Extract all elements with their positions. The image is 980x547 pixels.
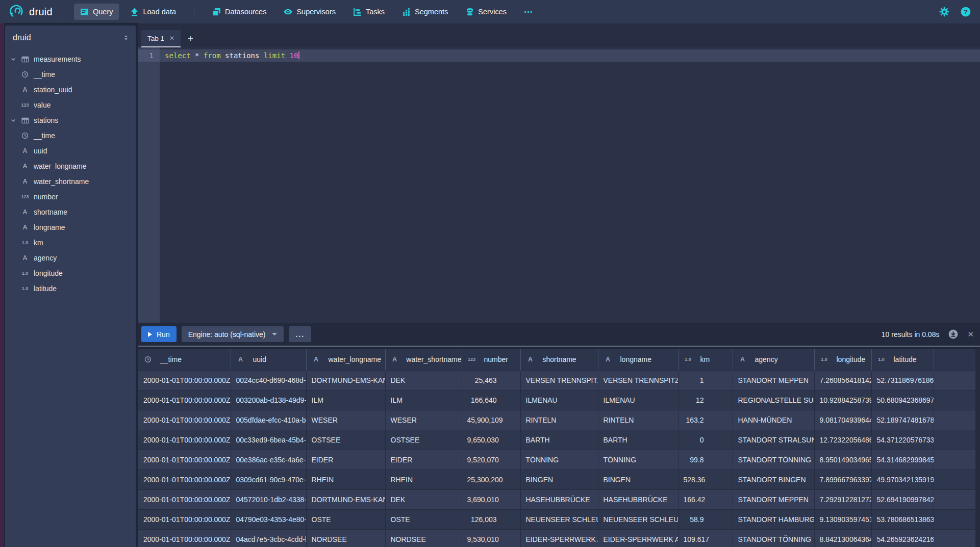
table-cell[interactable]: 528.36 <box>678 470 733 489</box>
table-cell[interactable]: 12 <box>678 390 733 410</box>
table-cell[interactable]: 25,463 <box>462 370 520 390</box>
table-cell[interactable]: 7.2608564181428 <box>814 370 871 390</box>
column-header-__time[interactable]: __time <box>138 349 231 370</box>
column-header-uuid[interactable]: Auuid <box>231 349 306 370</box>
table-cell[interactable]: 109.617 <box>678 529 733 547</box>
table-cell[interactable]: BARTH <box>520 430 598 450</box>
table-cell[interactable]: 50.680942368697 <box>871 390 934 410</box>
table-cell[interactable]: 7.2929122812727 <box>814 489 871 509</box>
table-cell[interactable]: 52.189747481678 <box>871 410 934 430</box>
table-cell[interactable]: STANDORT TÖNNING <box>733 529 814 547</box>
table-cell[interactable]: 04acd7e5-3cbc-4cdd-b <box>231 529 306 547</box>
table-cell[interactable]: 2000-01-01T00:00:00.000Z <box>138 470 231 489</box>
tree-column-shortname[interactable]: Ashortname <box>5 204 136 220</box>
column-header-empty[interactable] <box>934 349 975 370</box>
table-cell[interactable]: 99.8 <box>678 450 733 470</box>
tree-column-longname[interactable]: Alongname <box>5 220 136 235</box>
table-cell[interactable]: 9,650,030 <box>462 430 520 450</box>
tree-column-water_longname[interactable]: Awater_longname <box>5 159 136 174</box>
table-cell[interactable]: EIDER-SPERRWERK AP <box>598 529 678 547</box>
tree-column-water_shortname[interactable]: Awater_shortname <box>5 174 136 189</box>
table-cell[interactable]: RINTELN <box>598 410 678 430</box>
table-cell[interactable]: STANDORT STRALSUN <box>733 430 814 450</box>
table-cell[interactable]: 005dfdae-efcc-410a-b <box>231 410 306 430</box>
table-cell[interactable]: NORDSEE <box>306 529 385 547</box>
close-results-icon[interactable]: ✕ <box>967 330 974 339</box>
table-cell[interactable]: 166,640 <box>462 390 520 410</box>
help-icon[interactable]: ? <box>961 7 971 17</box>
table-cell[interactable]: 126,003 <box>462 509 520 529</box>
tree-table-measurements[interactable]: measurements <box>5 51 136 67</box>
table-cell[interactable]: 8.8421300643644 <box>814 529 871 547</box>
table-cell[interactable]: NORDSEE <box>385 529 462 547</box>
tree-column-__time[interactable]: __time <box>5 128 136 143</box>
table-cell[interactable]: 0309cd61-90c9-470e- <box>231 470 306 489</box>
tree-table-stations[interactable]: stations <box>5 113 136 128</box>
table-cell[interactable]: TÖNNING <box>520 450 598 470</box>
table-cell[interactable]: OSTSEE <box>306 430 385 450</box>
table-cell[interactable]: 0 <box>678 430 733 450</box>
table-cell[interactable]: 45,900,109 <box>462 410 520 430</box>
column-header-latitude[interactable]: 1.0latitude <box>871 349 934 370</box>
table-cell[interactable]: 1 <box>678 370 733 390</box>
table-cell[interactable]: STANDORT BINGEN <box>733 470 814 489</box>
download-icon[interactable] <box>948 329 958 339</box>
tree-column-station_uuid[interactable]: Astation_uuid <box>5 82 136 97</box>
table-cell[interactable]: WESER <box>385 410 462 430</box>
nav-item-tasks[interactable]: Tasks <box>347 4 391 20</box>
table-cell[interactable]: STANDORT MEPPEN <box>733 489 814 509</box>
table-cell[interactable]: ILM <box>306 390 385 410</box>
nav-item-datasources[interactable]: Datasources <box>206 4 272 20</box>
table-cell[interactable]: VERSEN TRENNSPITZE <box>598 370 678 390</box>
table-cell[interactable]: 54.265923624216 <box>871 529 934 547</box>
nav-item-more[interactable] <box>518 4 539 20</box>
table-cell[interactable]: DEK <box>385 489 462 509</box>
tree-column-km[interactable]: 1.0km <box>5 235 136 250</box>
query-editor[interactable]: 1 select * from stations limit 10 <box>138 47 980 323</box>
table-cell[interactable]: 2000-01-01T00:00:00.000Z <box>138 529 231 547</box>
tab-close-icon[interactable]: ✕ <box>169 35 174 42</box>
table-cell[interactable]: 9,530,010 <box>462 529 520 547</box>
table-cell[interactable]: 2000-01-01T00:00:00.000Z <box>138 370 231 390</box>
double-caret-vertical-icon[interactable] <box>122 34 130 44</box>
add-tab-button[interactable]: + <box>188 34 193 43</box>
table-cell[interactable]: 2000-01-01T00:00:00.000Z <box>138 450 231 470</box>
table-cell[interactable]: 9.1309035974516 <box>814 509 871 529</box>
table-cell[interactable]: OSTE <box>306 509 385 529</box>
tree-column-__time[interactable]: __time <box>5 67 136 82</box>
table-cell[interactable]: 00c33ed9-6bea-45b4- <box>231 430 306 450</box>
table-cell[interactable]: 54.314682999845 <box>871 450 934 470</box>
column-header-shortname[interactable]: Ashortname <box>520 349 598 370</box>
tree-column-value[interactable]: 123value <box>5 97 136 113</box>
nav-item-segments[interactable]: Segments <box>396 4 454 20</box>
table-cell[interactable]: 00e386ac-e35c-4a6e- <box>231 450 306 470</box>
column-header-km[interactable]: 1.0km <box>678 349 733 370</box>
column-header-water_shortname[interactable]: Awater_shortname <box>385 349 462 370</box>
table-cell[interactable]: DORTMUND-EMS-KANAL <box>306 370 385 390</box>
table-cell[interactable]: 52.731186976186 <box>871 370 934 390</box>
table-cell[interactable]: 53.780686513863 <box>871 509 934 529</box>
table-cell[interactable]: RHEIN <box>385 470 462 489</box>
table-cell[interactable]: STANDORT MEPPEN <box>733 370 814 390</box>
table-cell[interactable]: STANDORT HAMBURG <box>733 509 814 529</box>
tree-column-longitude[interactable]: 1.0longitude <box>5 266 136 281</box>
table-cell[interactable]: 04572010-1db2-4338- <box>231 489 306 509</box>
table-cell[interactable]: 2000-01-01T00:00:00.000Z <box>138 489 231 509</box>
table-cell[interactable]: EIDER <box>385 450 462 470</box>
table-cell[interactable]: STANDORT TÖNNING <box>733 450 814 470</box>
table-cell[interactable]: DORTMUND-EMS-KANAL <box>306 489 385 509</box>
table-cell[interactable]: NEUENSEER SCHLEUS <box>520 509 598 529</box>
tree-column-uuid[interactable]: Auuid <box>5 143 136 159</box>
table-cell[interactable]: HANN-MÜNDEN <box>733 410 814 430</box>
table-cell[interactable]: BARTH <box>598 430 678 450</box>
table-cell[interactable]: OSTSEE <box>385 430 462 450</box>
table-cell[interactable]: BINGEN <box>598 470 678 489</box>
table-cell[interactable]: NEUENSEER SCHLEUS <box>598 509 678 529</box>
table-cell[interactable]: RINTELN <box>520 410 598 430</box>
table-cell[interactable]: ILM <box>385 390 462 410</box>
pane-resizer[interactable] <box>138 346 980 347</box>
table-cell[interactable]: DEK <box>385 370 462 390</box>
nav-item-query[interactable]: Query <box>74 4 119 20</box>
table-cell[interactable]: WESER <box>306 410 385 430</box>
table-cell[interactable]: 12.723220564867 <box>814 430 871 450</box>
